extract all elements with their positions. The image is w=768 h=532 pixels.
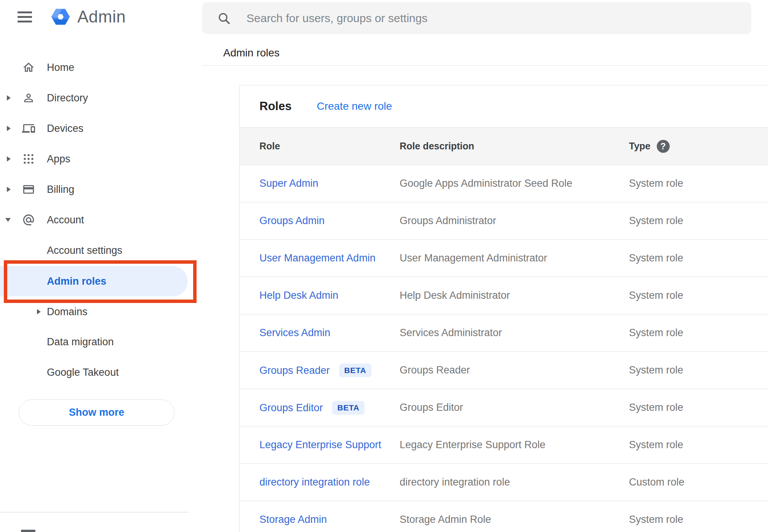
expand-arrow-icon[interactable]	[7, 95, 11, 101]
table-row: Legacy Enterprise Support Legacy Enterpr…	[240, 426, 768, 464]
menu-icon[interactable]	[18, 9, 32, 25]
role-type: Custom role	[629, 476, 685, 488]
role-type: System role	[629, 439, 683, 451]
role-description: Groups Reader	[400, 364, 470, 376]
main-content: Admin roles Roles Create new role Role R…	[202, 0, 768, 532]
roles-panel-header: Roles Create new role	[240, 85, 768, 127]
sidebar-item-label: Domains	[47, 306, 88, 318]
role-type: System role	[629, 215, 683, 227]
expand-arrow-icon[interactable]	[37, 309, 41, 314]
sidebar-item-domains[interactable]: Domains	[0, 296, 202, 327]
sidebar-item-label: Admin roles	[47, 276, 106, 287]
collapse-arrow-icon[interactable]	[5, 218, 11, 222]
role-type: System role	[629, 252, 683, 264]
role-description: Legacy Enterprise Support Role	[400, 439, 546, 450]
role-description: directory integration role	[400, 476, 510, 488]
sidebar-item-label: Account settings	[47, 245, 122, 256]
home-icon	[22, 61, 35, 74]
sidebar-item-admin-roles[interactable]: Admin roles	[0, 266, 188, 296]
role-type: System role	[629, 402, 683, 413]
search-icon	[217, 11, 231, 26]
partial-bottom-icon	[21, 530, 35, 532]
role-link[interactable]: Groups Editor	[259, 402, 323, 413]
expand-arrow-icon[interactable]	[7, 187, 11, 192]
sidebar-item-label: Billing	[47, 184, 74, 195]
sidebar-item-label: Directory	[47, 92, 88, 104]
role-description: Services Administrator	[400, 327, 502, 338]
panel-title: Roles	[259, 99, 291, 113]
apps-grid-icon	[22, 152, 35, 165]
sidebar-item-data-migration[interactable]: Data migration	[0, 327, 202, 357]
sidebar-header: Admin	[0, 0, 202, 34]
sidebar-divider	[0, 512, 189, 513]
sidebar-item-billing[interactable]: Billing	[0, 174, 202, 205]
table-row: directory integration role directory int…	[240, 464, 768, 501]
table-row: Groups Admin Groups Administrator System…	[240, 202, 768, 240]
breadcrumb: Admin roles	[223, 47, 280, 59]
role-link[interactable]: Super Admin	[259, 178, 318, 189]
sidebar-item-account-settings[interactable]: Account settings	[0, 235, 202, 266]
role-type: System role	[629, 364, 683, 376]
admin-logo-icon	[49, 6, 72, 28]
sidebar-item-devices[interactable]: Devices	[0, 113, 202, 144]
sidebar-item-apps[interactable]: Apps	[0, 144, 202, 174]
roles-panel: Roles Create new role Role Role descript…	[239, 85, 768, 532]
role-type: System role	[629, 327, 683, 339]
role-type: System role	[629, 514, 683, 526]
role-type: System role	[629, 290, 683, 301]
table-row: Help Desk Admin Help Desk Administrator …	[240, 277, 768, 314]
role-link[interactable]: Groups Reader	[259, 365, 330, 376]
role-link[interactable]: Services Admin	[259, 327, 330, 338]
table-row: Groups ReaderBETA Groups Reader System r…	[240, 352, 768, 389]
role-description: Groups Editor	[400, 402, 463, 413]
app-title: Admin	[77, 7, 126, 26]
column-header-description: Role description	[400, 141, 474, 151]
search-bar[interactable]	[202, 2, 751, 34]
sidebar-item-label: Data migration	[47, 336, 114, 348]
role-link[interactable]: directory integration role	[259, 476, 370, 488]
devices-icon	[22, 122, 35, 135]
column-header-type: Type	[629, 141, 651, 152]
sidebar: Admin Home Directory Devices Apps	[0, 0, 202, 532]
role-description: Storage Admin Role	[400, 514, 491, 525]
credit-card-icon	[22, 183, 35, 196]
sidebar-item-home[interactable]: Home	[0, 52, 202, 83]
at-sign-icon	[22, 213, 35, 226]
search-input[interactable]	[246, 12, 734, 25]
column-header-role: Role	[259, 141, 280, 151]
role-link[interactable]: Groups Admin	[259, 215, 325, 226]
show-more-button[interactable]: Show more	[19, 399, 174, 426]
create-new-role-link[interactable]: Create new role	[317, 100, 392, 112]
sidebar-item-directory[interactable]: Directory	[0, 83, 202, 113]
sidebar-item-label: Account	[47, 214, 84, 226]
table-row: Storage Admin Storage Admin Role System …	[240, 501, 768, 532]
table-row: User Management Admin User Management Ad…	[240, 240, 768, 277]
table-header-row: Role Role description Type ?	[240, 127, 768, 165]
role-link[interactable]: Legacy Enterprise Support	[259, 439, 381, 450]
table-row: Services Admin Services Administrator Sy…	[240, 314, 768, 352]
beta-badge: BETA	[339, 364, 372, 377]
role-link[interactable]: Help Desk Admin	[259, 290, 338, 301]
role-type: System role	[629, 178, 683, 189]
role-description: Help Desk Administrator	[400, 290, 510, 301]
person-icon	[22, 91, 35, 104]
sidebar-item-google-takeout[interactable]: Google Takeout	[0, 357, 202, 388]
role-description: User Management Administrator	[400, 252, 547, 264]
header-divider	[202, 65, 768, 66]
sidebar-item-label: Apps	[47, 153, 70, 165]
table-row: Groups EditorBETA Groups Editor System r…	[240, 389, 768, 426]
role-link[interactable]: User Management Admin	[259, 252, 376, 264]
role-description: Groups Administrator	[400, 215, 496, 226]
sidebar-item-account[interactable]: Account	[0, 205, 202, 235]
sidebar-item-label: Google Takeout	[47, 367, 119, 378]
help-icon[interactable]: ?	[657, 140, 670, 153]
role-description: Google Apps Administrator Seed Role	[400, 178, 572, 189]
sidebar-item-label: Home	[47, 62, 74, 74]
role-link[interactable]: Storage Admin	[259, 514, 327, 525]
expand-arrow-icon[interactable]	[7, 156, 11, 162]
expand-arrow-icon[interactable]	[7, 126, 11, 131]
sidebar-item-label: Devices	[47, 123, 83, 135]
beta-badge: BETA	[332, 401, 365, 415]
table-row: Super Admin Google Apps Administrator Se…	[240, 165, 768, 202]
